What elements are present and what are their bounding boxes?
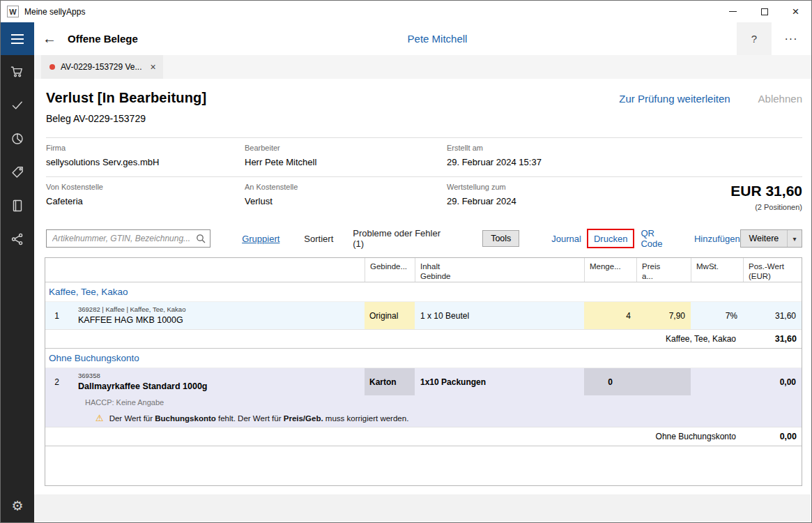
field-firma: Firma sellysolutions Serv.ges.mbH — [46, 144, 245, 167]
col-header-num — [45, 258, 63, 282]
search-icon[interactable] — [196, 234, 206, 243]
field-label: Firma — [46, 144, 245, 152]
haccp-note: HACCP: Keine Angabe — [63, 395, 802, 409]
window-title: Meine sellyApps — [24, 7, 85, 17]
qr-code-link[interactable]: QR Code — [641, 228, 677, 249]
title-bar: W Meine sellyApps × — [1, 1, 811, 22]
tab-label: AV-0229-153729 Ve... — [61, 62, 142, 72]
app-logo-icon: W — [7, 6, 19, 17]
pos-wert-cell: 0,00 — [743, 368, 802, 395]
user-name[interactable]: Pete Mitchell — [34, 33, 811, 45]
gebinde-cell[interactable]: Karton — [365, 368, 415, 395]
inhalt-cell: 1x10 Packungen — [415, 368, 584, 395]
mwst-cell — [691, 368, 743, 395]
unsaved-indicator-dot — [49, 64, 55, 70]
preis-cell[interactable] — [636, 368, 691, 395]
drucken-link[interactable]: Drucken — [594, 234, 627, 244]
col-header-menge[interactable]: Menge... — [584, 258, 636, 282]
app-header: ← Offene Belege Pete Mitchell ? ··· — [1, 22, 811, 55]
field-an-kostenstelle: An Kostenstelle Verlust — [245, 183, 447, 211]
group-header-kaffee[interactable]: Kaffee, Tee, Kakao — [45, 282, 802, 302]
book-icon — [10, 199, 24, 213]
menge-cell[interactable]: 4 — [584, 302, 636, 329]
sidebar-item-journal[interactable] — [1, 189, 34, 222]
haccp-row: HACCP: Keine Angabe — [45, 395, 802, 409]
maximize-icon — [761, 8, 768, 15]
table-header-row: Gebinde... Inhalt Gebinde Menge... Preis… — [45, 258, 802, 282]
footer-strip — [34, 494, 811, 522]
search-input[interactable] — [52, 234, 196, 243]
tab-document[interactable]: AV-0229-153729 Ve... × — [41, 55, 163, 79]
article-meta: 369282 | Kaffee | Kaffee, Tee, Kakao — [78, 305, 185, 314]
article-name: Dallmayrkaffee Standard 1000g — [78, 381, 208, 392]
warning-text: Der Wert für Buchungskonto fehlt. Der We… — [109, 414, 409, 423]
minimize-icon — [729, 11, 737, 12]
drucken-highlight-box: Drucken — [587, 229, 634, 248]
forward-for-review-link[interactable]: Zur Prüfung weiterleiten — [619, 93, 730, 105]
sidebar-item-settings[interactable]: ⚙ — [1, 489, 34, 522]
tools-button[interactable]: Tools — [482, 230, 519, 247]
col-header-gebinde[interactable]: Gebinde... — [365, 258, 415, 282]
subtotal-label: Ohne Buchungskonto — [45, 427, 743, 446]
field-value: Herr Pete Mitchell — [245, 157, 447, 167]
hamburger-menu-button[interactable] — [1, 22, 34, 55]
gear-icon: ⚙ — [11, 498, 23, 514]
article-row-2[interactable]: 2 369358 Dallmayrkaffee Standard 1000g K… — [45, 368, 802, 395]
row-number: 1 — [45, 302, 63, 329]
sortiert-toggle[interactable]: Sortiert — [304, 234, 333, 244]
minimize-button[interactable] — [717, 1, 749, 22]
col-header-inhalt[interactable]: Inhalt Gebinde — [415, 258, 584, 282]
help-button[interactable]: ? — [737, 22, 772, 55]
group-header-ohne-buchungskonto[interactable]: Ohne Buchungskonto — [45, 349, 802, 368]
col-header-pos-wert[interactable]: Pos.-Wert (EUR) — [743, 258, 802, 282]
more-options-button[interactable]: ··· — [773, 22, 809, 55]
field-von-kostenstelle: Von Kostenstelle Cafeteria — [46, 183, 245, 211]
field-label: An Kostenstelle — [245, 183, 447, 191]
document-number: Beleg AV-0229-153729 — [46, 113, 802, 124]
tab-strip: AV-0229-153729 Ve... × — [34, 55, 811, 79]
document-title: Verlust [In Bearbeitung] — [46, 90, 206, 106]
sidebar: ⚙ — [1, 55, 34, 522]
sidebar-item-cart[interactable] — [1, 55, 34, 89]
tab-close-icon[interactable]: × — [151, 61, 156, 73]
mwst-cell: 7% — [691, 302, 743, 329]
preis-cell[interactable]: 7,90 — [636, 302, 691, 329]
group-subtotal-kaffee: Kaffee, Tee, Kakao 31,60 — [45, 329, 802, 349]
sidebar-item-statistics[interactable] — [1, 122, 34, 156]
problems-filter[interactable]: Probleme oder Fehler (1) — [353, 228, 451, 249]
gruppiert-toggle[interactable]: Gruppiert — [242, 234, 279, 244]
field-value: sellysolutions Serv.ges.mbH — [46, 157, 245, 167]
app-window: W Meine sellyApps × ← Offene Belege Pete… — [0, 0, 812, 523]
field-row-1: Firma sellysolutions Serv.ges.mbH Bearbe… — [46, 138, 802, 176]
hinzufuegen-link[interactable]: Hinzufügen — [694, 234, 740, 244]
article-meta: 369358 — [78, 372, 100, 380]
maximize-button[interactable] — [749, 1, 780, 22]
position-count: (2 Positionen) — [607, 203, 802, 211]
article-table: Gebinde... Inhalt Gebinde Menge... Preis… — [45, 257, 802, 486]
col-header-preis[interactable]: Preis a... — [636, 258, 691, 282]
sidebar-item-share[interactable] — [1, 222, 34, 256]
field-wertstellung: Wertstellung zum 29. Februar 2024 — [447, 183, 607, 211]
col-header-mwst[interactable]: MwSt. — [691, 258, 743, 282]
hamburger-icon — [11, 34, 24, 36]
share-icon — [10, 232, 24, 246]
menge-cell[interactable]: 0 — [584, 368, 636, 395]
field-label: Wertstellung zum — [447, 183, 607, 191]
col-header-article — [63, 258, 365, 282]
field-value: 29. Februar 2024 — [447, 196, 607, 206]
sidebar-item-tasks[interactable] — [1, 89, 34, 122]
cart-icon — [10, 65, 24, 79]
sidebar-item-labels[interactable] — [1, 156, 34, 189]
reject-link[interactable]: Ablehnen — [758, 93, 802, 105]
table-empty-area — [45, 446, 802, 485]
field-row-2: Von Kostenstelle Cafeteria An Kostenstel… — [46, 177, 802, 218]
article-row-1[interactable]: 1 369282 | Kaffee | Kaffee, Tee, Kakao K… — [45, 302, 802, 329]
document-total: EUR 31,60 (2 Positionen) — [607, 183, 802, 211]
journal-link[interactable]: Journal — [551, 234, 581, 244]
field-value: Cafeteria — [46, 196, 245, 206]
pie-chart-icon — [10, 132, 24, 146]
close-button[interactable]: × — [780, 1, 811, 22]
weitere-dropdown-button[interactable]: Weitere ▾ — [740, 229, 802, 248]
article-search[interactable] — [46, 229, 210, 248]
gebinde-cell[interactable]: Original — [365, 302, 415, 329]
